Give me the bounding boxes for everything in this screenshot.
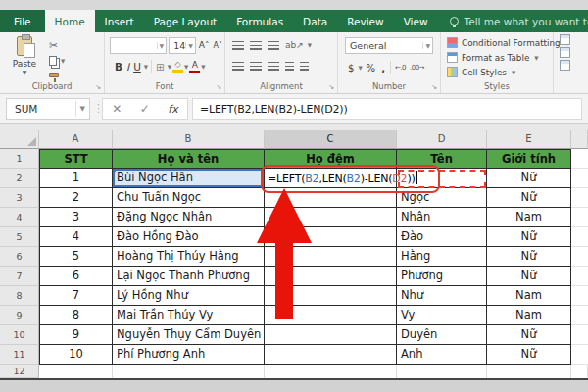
cell-A11[interactable]: 10 xyxy=(39,345,113,365)
formula-input[interactable]: =LEFT(B2,LEN(B2)-LEN(D2)) xyxy=(192,98,582,120)
cell-E1[interactable]: Giới tính xyxy=(487,149,571,169)
cell-B10[interactable]: Nguyễn Thụy Cẩm Duyên xyxy=(113,325,265,345)
cell-B8[interactable]: Lý Hồng Như xyxy=(113,286,265,306)
format-as-table-button[interactable]: Format as Table ▼ xyxy=(441,50,553,65)
align-right-icon[interactable] xyxy=(268,62,279,71)
decrease-decimal-button[interactable]: .00→ xyxy=(410,64,424,72)
cell-D11[interactable]: Anh xyxy=(397,345,487,365)
cell-E12[interactable] xyxy=(487,365,571,378)
row-header-7[interactable]: 7 xyxy=(0,267,39,286)
tab-data[interactable]: Data xyxy=(293,10,337,32)
name-box[interactable]: SUM ▼ xyxy=(6,98,90,120)
font-dialog-launcher[interactable]: ↘ xyxy=(216,83,221,91)
align-top-icon[interactable] xyxy=(232,41,244,50)
row-header-9[interactable]: 9 xyxy=(0,306,39,325)
cell-C12[interactable] xyxy=(265,365,397,378)
cell-E3[interactable]: Nữ xyxy=(487,188,571,208)
cell-C10[interactable] xyxy=(265,325,397,345)
delete-cells-icon[interactable] xyxy=(560,47,570,58)
cell-A9[interactable]: 8 xyxy=(39,306,113,325)
row-header-3[interactable]: 3 xyxy=(0,188,39,208)
cell-A5[interactable]: 4 xyxy=(39,227,113,247)
row-header-6[interactable]: 6 xyxy=(0,247,39,267)
column-header-B[interactable]: B xyxy=(113,130,265,149)
cell-E11[interactable]: Nữ xyxy=(487,345,571,365)
underline-button[interactable]: U xyxy=(133,62,141,73)
cell-D9[interactable]: Vy xyxy=(397,306,487,325)
cell-D8[interactable]: Như xyxy=(397,286,487,306)
shrink-font-button[interactable]: A˅ xyxy=(214,42,222,50)
cell-A10[interactable]: 9 xyxy=(39,325,113,345)
cell-C11[interactable] xyxy=(265,345,397,365)
paste-button[interactable]: Paste ▼ xyxy=(8,36,41,79)
cell-A6[interactable]: 5 xyxy=(39,247,113,267)
column-header-D[interactable]: D xyxy=(397,130,487,149)
select-all-corner[interactable] xyxy=(0,130,39,149)
cell-A7[interactable]: 6 xyxy=(39,267,113,286)
italic-button[interactable]: I xyxy=(126,62,129,73)
tab-file[interactable]: File xyxy=(0,10,45,32)
cell-D10[interactable]: Duyên xyxy=(397,325,487,345)
increase-decimal-button[interactable]: ←.0 xyxy=(395,64,406,72)
copy-button[interactable]: ▼ xyxy=(49,56,88,66)
cell-B6[interactable]: Hoàng Thị Thúy Hằng xyxy=(113,247,265,267)
column-header-C[interactable]: C xyxy=(265,130,397,149)
cell-E7[interactable]: Nữ xyxy=(487,267,571,286)
percent-style-button[interactable]: % xyxy=(367,63,376,74)
conditional-formatting-button[interactable]: Conditional Formatting ▼ xyxy=(441,35,553,50)
cell-B2[interactable]: Bùi Ngọc Hân xyxy=(113,169,265,188)
row-header-12[interactable]: 12 xyxy=(0,365,39,378)
tab-insert[interactable]: Insert xyxy=(95,10,144,32)
cell-A3[interactable]: 2 xyxy=(39,188,113,208)
cut-button[interactable]: ✂ xyxy=(49,39,88,52)
cell-E5[interactable]: Nữ xyxy=(487,227,571,247)
cell-E2[interactable]: Nữ xyxy=(487,169,571,188)
row-header-10[interactable]: 10 xyxy=(0,325,39,345)
font-color-button[interactable]: A xyxy=(189,61,200,74)
c2-formula-editor[interactable]: =LEFT(B2,LEN(B2)-LEN(D2)) xyxy=(268,170,417,188)
cell-E6[interactable]: Nữ xyxy=(487,247,571,267)
enter-button[interactable]: ✓ xyxy=(140,102,150,116)
fill-color-button[interactable]: ◇ xyxy=(172,61,183,73)
cell-E8[interactable]: Nam xyxy=(487,286,571,306)
cell-D4[interactable]: Nhân xyxy=(397,208,487,227)
row-header-2[interactable]: 2 xyxy=(0,169,39,188)
cell-E4[interactable]: Nam xyxy=(487,208,571,227)
cell-A2[interactable]: 1 xyxy=(39,169,113,188)
format-painter-button[interactable] xyxy=(49,74,88,77)
cell-E10[interactable]: Nữ xyxy=(487,325,571,345)
tab-page-layout[interactable]: Page Layout xyxy=(144,10,226,32)
cell-A4[interactable]: 3 xyxy=(39,208,113,227)
cell-D7[interactable]: Phương xyxy=(397,267,487,286)
increase-indent-icon[interactable] xyxy=(300,62,309,71)
cell-B11[interactable]: Phí Phương Anh xyxy=(113,345,265,365)
cell-A8[interactable]: 7 xyxy=(39,286,113,306)
cell-D12[interactable] xyxy=(397,365,487,378)
grow-font-button[interactable]: A˄ xyxy=(199,41,210,50)
cancel-button[interactable]: ✕ xyxy=(112,102,122,116)
font-name-select[interactable]: ▼ xyxy=(110,37,167,54)
bold-button[interactable]: B xyxy=(115,62,122,73)
row-header-8[interactable]: 8 xyxy=(0,286,39,306)
column-header-E[interactable]: E xyxy=(487,130,571,149)
decrease-indent-icon[interactable] xyxy=(285,62,294,71)
number-format-select[interactable]: General▼ xyxy=(345,37,433,54)
cell-B1[interactable]: Họ và tên xyxy=(113,149,265,169)
cell-B12[interactable] xyxy=(113,365,265,378)
align-center-icon[interactable] xyxy=(250,62,262,71)
cell-styles-button[interactable]: Cell Styles ▼ xyxy=(441,65,553,79)
cell-E9[interactable]: Nam xyxy=(487,306,571,325)
cell-D5[interactable]: Đào xyxy=(397,227,487,247)
orientation-icon[interactable]: ab↗ xyxy=(285,40,304,50)
borders-button[interactable]: ⊞ xyxy=(156,62,165,73)
cell-A12[interactable] xyxy=(39,365,113,378)
tell-me-box[interactable]: Tell me what you want to do... xyxy=(438,10,588,32)
align-middle-icon[interactable] xyxy=(250,41,262,50)
cell-F12[interactable] xyxy=(571,365,588,378)
clipboard-dialog-launcher[interactable]: ↘ xyxy=(95,83,101,91)
font-size-select[interactable]: 14▼ xyxy=(169,37,196,54)
align-bottom-icon[interactable] xyxy=(268,41,279,50)
tab-review[interactable]: Review xyxy=(337,10,393,32)
insert-cells-icon[interactable] xyxy=(560,34,570,45)
row-header-4[interactable]: 4 xyxy=(0,208,39,227)
